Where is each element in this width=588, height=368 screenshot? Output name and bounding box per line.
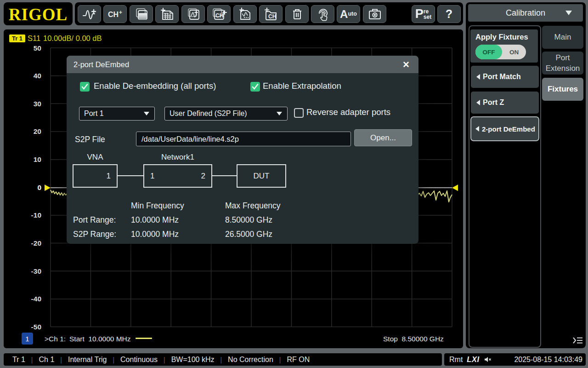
toolbar: CH+ CH: [75, 2, 463, 25]
status-rf[interactable]: RF ON: [287, 356, 310, 364]
status-trace[interactable]: Tr 1: [12, 356, 25, 364]
chevron-left-icon: [476, 74, 480, 80]
fixtures-panel: Apply Fixtures OFF ON Port Match Port Z …: [469, 25, 541, 348]
svg-text:CH: CH: [215, 12, 223, 19]
status-correction[interactable]: No Correction: [228, 356, 273, 364]
status-channel[interactable]: Ch 1: [39, 356, 55, 364]
reference-marker-right: [452, 184, 458, 191]
enable-deembedding-checkbox[interactable]: [80, 82, 90, 92]
max-frequency-header: Max Frequency: [225, 201, 281, 211]
deembed-button[interactable]: 2-port DeEmbed: [470, 116, 539, 141]
status-right: Rmt LXI 2025-08-15 14:03:49: [444, 353, 586, 366]
port-match-button[interactable]: Port Match: [471, 66, 539, 88]
y-axis-tick: 0: [37, 184, 41, 191]
apply-fixtures-toggle[interactable]: OFF ON: [475, 45, 526, 59]
enable-extrapolation-checkbox[interactable]: [250, 82, 260, 92]
add-channel-window-button[interactable]: CH: [207, 5, 231, 23]
save-channel-button[interactable]: CH: [259, 5, 283, 23]
y-axis-tick: 30: [34, 100, 41, 108]
tab-main[interactable]: Main: [542, 26, 583, 49]
status-bandwidth[interactable]: BW=100 kHz: [171, 356, 215, 364]
status-sweep[interactable]: Continuous: [120, 356, 158, 364]
reverse-adapter-label: Reverse adapter ports: [306, 107, 390, 117]
sheet-trace-add-icon: [237, 7, 253, 21]
touch-icon: [316, 7, 330, 22]
screenshot-button[interactable]: [363, 5, 386, 23]
port-select[interactable]: Port 1: [79, 107, 155, 121]
check-icon: [252, 84, 259, 90]
tab-port-extension[interactable]: Port Extension: [542, 52, 583, 75]
dialog-titlebar[interactable]: 2-port DeEmbed ✕: [67, 56, 418, 73]
start-frequency[interactable]: Start 10.0000 MHz: [69, 335, 131, 343]
s2p-range-min: 10.0000 MHz: [131, 230, 179, 239]
toggle-off-label: OFF: [475, 45, 502, 59]
status-trigger[interactable]: Internal Trig: [68, 356, 107, 364]
apply-fixtures-group: Apply Fixtures OFF ON: [470, 29, 538, 63]
speaker-muted-icon[interactable]: [484, 356, 492, 363]
vna-box: 1: [73, 164, 118, 188]
add-channel-button[interactable]: CH+: [103, 5, 127, 23]
delete-button[interactable]: [285, 5, 309, 23]
y-axis-tick: -10: [31, 211, 41, 219]
s2p-file-label: S2P File: [75, 135, 105, 144]
vna-port-number: 1: [107, 172, 111, 181]
port-select-value: Port 1: [84, 109, 104, 118]
lxi-logo: LXI: [467, 355, 479, 364]
auto-icon: A: [340, 9, 348, 20]
help-button[interactable]: ?: [437, 5, 461, 23]
port-z-button[interactable]: Port Z: [471, 92, 539, 114]
add-trace-window-button[interactable]: [181, 5, 205, 23]
stop-frequency[interactable]: Stop 8.50000 GHz: [383, 335, 452, 343]
chevron-down-icon: [565, 11, 572, 15]
channel-color-dash: [136, 338, 152, 339]
port-range-min: 10.0000 MHz: [131, 215, 179, 225]
add-table-button[interactable]: [155, 5, 179, 23]
rigol-logo-text: RIGOL: [9, 4, 68, 24]
reverse-adapter-checkbox[interactable]: [294, 108, 304, 118]
save-trace-button[interactable]: [233, 5, 257, 23]
preset-button[interactable]: P reset: [412, 5, 435, 23]
chevron-down-icon: [277, 112, 282, 115]
network-port2-number: 2: [201, 172, 205, 181]
s2p-file-path: /data/UserData/line/line4.s2p: [141, 135, 239, 144]
calibration-menu-label: Calibration: [506, 8, 545, 18]
channel-add-icon: CH+: [108, 10, 122, 18]
calibration-menu[interactable]: Calibration: [468, 4, 583, 22]
close-icon[interactable]: ✕: [398, 56, 414, 73]
y-axis-tick: -20: [31, 239, 41, 247]
datetime: 2025-08-15 14:03:49: [514, 356, 582, 364]
y-axis-tick: 40: [34, 72, 41, 80]
tab-fixtures[interactable]: Fixtures: [542, 78, 583, 101]
dialog-title: 2-port DeEmbed: [74, 60, 129, 69]
y-axis-tick: -40: [31, 295, 41, 303]
connector-line: [118, 175, 143, 176]
folder-channel-add-icon: CH: [263, 7, 279, 21]
collapse-menu-icon[interactable]: [571, 334, 584, 346]
chevron-down-icon: [144, 112, 149, 115]
touch-button[interactable]: [311, 5, 334, 23]
s2p-file-input[interactable]: /data/UserData/line/line4.s2p: [136, 132, 351, 146]
auto-button[interactable]: Auto: [337, 5, 360, 23]
type-select-value: User Defined (S2P File): [170, 109, 247, 118]
add-trace-button[interactable]: [78, 5, 101, 23]
check-icon: [81, 84, 88, 90]
connector-line: [212, 175, 237, 176]
y-axis-tick: -30: [31, 267, 41, 275]
window-layout-button[interactable]: [130, 5, 153, 23]
table-add-icon: [159, 7, 175, 21]
chevron-left-icon: [476, 100, 480, 105]
open-button[interactable]: Open...: [354, 129, 412, 146]
channel-badge[interactable]: 1: [22, 333, 33, 345]
window-trace-add-icon: [186, 7, 201, 21]
sidebar: Calibration Apply Fixtures OFF ON Port M…: [466, 2, 586, 348]
network-box: 1 2: [143, 164, 212, 188]
preset-icon: P: [415, 8, 424, 19]
port-range-max: 8.50000 GHz: [225, 215, 272, 225]
dut-label: DUT: [254, 172, 270, 181]
camera-icon: [368, 8, 382, 21]
toggle-on-label: ON: [502, 45, 526, 59]
dut-box: DUT: [237, 164, 286, 188]
type-select[interactable]: User Defined (S2P File): [164, 107, 288, 121]
channel-label: >Ch 1:: [45, 335, 66, 343]
trash-icon: [290, 7, 304, 21]
